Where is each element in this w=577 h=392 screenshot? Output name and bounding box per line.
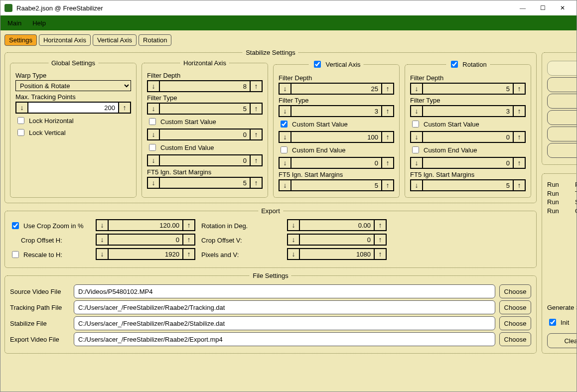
vertical-axis-legend[interactable]: Vertical Axis [309,59,363,69]
arrow-up-icon[interactable]: ↑ [514,83,526,95]
arrow-down-icon[interactable]: ↓ [147,80,159,92]
v-custom-end[interactable] [290,157,382,169]
export-video-button[interactable]: Export Stabilized Video [547,143,577,158]
arrow-down-icon[interactable]: ↓ [410,131,422,143]
arrow-up-icon[interactable]: ↑ [251,154,263,166]
arrow-down-icon[interactable]: ↓ [279,157,290,169]
v-filter-type[interactable] [290,105,382,117]
arrow-up-icon[interactable]: ↑ [514,179,526,191]
arrow-down-icon[interactable]: ↓ [147,154,159,166]
arrow-down-icon[interactable]: ↓ [96,248,108,260]
arrow-up-icon[interactable]: ↑ [382,105,394,117]
menu-help[interactable]: Help [28,17,50,29]
arrow-up-icon[interactable]: ↑ [375,219,387,231]
max-tracking-input[interactable] [27,102,119,114]
v-margins[interactable] [290,179,382,191]
arrow-down-icon[interactable]: ↓ [279,179,290,191]
arrow-up-icon[interactable]: ↑ [514,105,526,117]
v-custom-end-check[interactable]: Custom End Value [279,145,394,155]
arrow-down-icon[interactable]: ↓ [410,83,422,95]
arrow-down-icon[interactable]: ↓ [410,105,422,117]
warp-type-select[interactable]: Position & Rotate [15,80,131,91]
rescale-v-input[interactable] [299,248,375,260]
h-margins[interactable] [159,177,251,189]
arrow-down-icon[interactable]: ↓ [279,105,290,117]
arrow-down-icon[interactable]: ↓ [287,219,299,231]
rotation-deg-input[interactable] [299,219,375,231]
generate-all-button[interactable]: Generate All [547,77,577,92]
calculate-path-button[interactable]: Calculate Camera Path [547,127,577,141]
arrow-up-icon[interactable]: ↑ [251,103,263,115]
arrow-down-icon[interactable]: ↓ [147,129,159,140]
crop-offset-h-input[interactable] [108,234,183,246]
crop-zoom-input[interactable] [108,219,183,231]
crop-offset-v-input[interactable] [299,234,375,246]
source-file-input[interactable] [74,284,495,298]
arrow-up-icon[interactable]: ↑ [251,177,263,189]
analyse-source-button[interactable]: Analyse Source Video [547,94,577,109]
arrow-up-icon[interactable]: ↑ [375,234,387,246]
choose-source-button[interactable]: Choose [499,284,531,298]
tracking-file-input[interactable] [74,300,495,314]
h-filter-depth[interactable] [159,80,251,92]
read-analysed-button[interactable]: Read Analysed Data [547,110,577,125]
minimize-button[interactable]: — [513,1,533,15]
clear-button[interactable]: Clear [547,333,577,348]
arrow-up-icon[interactable]: ↑ [251,80,263,92]
arrow-down-icon[interactable]: ↓ [15,102,27,114]
r-custom-end[interactable] [422,157,514,169]
arrow-down-icon[interactable]: ↓ [287,248,299,260]
arrow-up-icon[interactable]: ↑ [251,129,263,140]
h-custom-end[interactable] [159,154,251,166]
maximize-button[interactable]: ☐ [533,1,553,15]
arrow-down-icon[interactable]: ↓ [410,157,422,169]
arrow-up-icon[interactable]: ↑ [375,248,387,260]
choose-tracking-button[interactable]: Choose [499,300,531,314]
lock-vertical-check[interactable]: Lock Vertical [15,128,131,137]
rescale-h-input[interactable] [108,248,183,260]
tab-rotation[interactable]: Rotation [139,34,171,46]
r-custom-start[interactable] [422,131,514,143]
arrow-down-icon[interactable]: ↓ [287,234,299,246]
v-custom-start[interactable] [290,131,382,143]
export-file-input[interactable] [74,332,495,346]
rescale-check[interactable]: Rescale to H: [10,250,90,260]
tab-horizontal-axis[interactable]: Horizontal Axis [39,34,91,46]
tab-vertical-axis[interactable]: Vertical Axis [93,34,137,46]
r-filter-depth[interactable] [422,83,514,95]
running-check[interactable]: Running [575,317,577,327]
r-custom-end-check[interactable]: Custom End Value [410,145,526,155]
r-filter-type[interactable] [422,105,514,117]
h-custom-start-check[interactable]: Custom Start Value [147,117,263,127]
choose-stabilize-button[interactable]: Choose [499,316,531,330]
menu-main[interactable]: Main [3,17,25,29]
use-crop-check[interactable]: Use Crop Zoom in % [10,221,90,231]
h-custom-start[interactable] [159,129,251,140]
h-filter-type[interactable] [159,103,251,115]
stabilize-file-input[interactable] [74,316,495,330]
v-filter-depth[interactable] [290,83,382,95]
r-margins[interactable] [422,179,514,191]
v-custom-start-check[interactable]: Custom Start Value [279,119,394,129]
arrow-up-icon[interactable]: ↑ [514,157,526,169]
arrow-down-icon[interactable]: ↓ [410,179,422,191]
arrow-down-icon[interactable]: ↓ [147,177,159,189]
arrow-up-icon[interactable]: ↑ [382,157,394,169]
arrow-down-icon[interactable]: ↓ [96,234,108,246]
abort-button[interactable]: Abort [547,61,577,76]
arrow-down-icon[interactable]: ↓ [279,83,290,95]
arrow-down-icon[interactable]: ↓ [96,219,108,231]
rotation-legend[interactable]: Rotation [446,59,489,69]
arrow-up-icon[interactable]: ↑ [382,83,394,95]
arrow-up-icon[interactable]: ↑ [514,131,526,143]
tab-settings[interactable]: Settings [4,34,37,46]
choose-export-button[interactable]: Choose [499,332,531,346]
arrow-up-icon[interactable]: ↑ [382,131,394,143]
arrow-up-icon[interactable]: ↑ [382,179,394,191]
lock-horizontal-check[interactable]: Lock Horizontal [15,116,131,126]
arrow-up-icon[interactable]: ↑ [183,219,195,231]
init-check[interactable]: Init [547,317,569,327]
close-button[interactable]: ✕ [553,1,573,15]
arrow-up-icon[interactable]: ↑ [183,234,195,246]
arrow-up-icon[interactable]: ↑ [183,248,195,260]
